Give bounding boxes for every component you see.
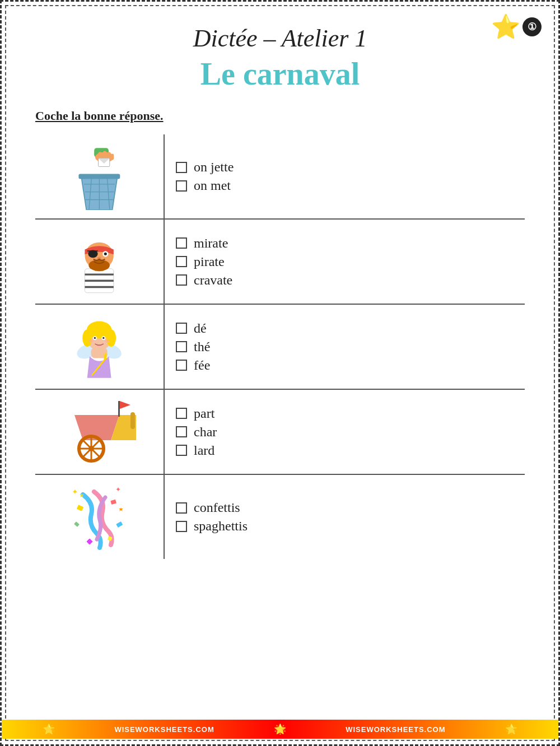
star-badge: ⭐ ①	[491, 13, 542, 40]
svg-rect-58	[86, 538, 92, 544]
table-row: mirate pirate cravate	[35, 219, 525, 304]
svg-rect-50	[118, 401, 120, 417]
checkbox[interactable]	[176, 521, 187, 532]
star-icon: ⭐	[491, 13, 520, 40]
svg-text:✦: ✦	[72, 488, 78, 496]
option-row: char	[176, 425, 514, 440]
option-label: part	[194, 406, 214, 421]
option-row: spaghettis	[176, 519, 514, 534]
image-cell-fairy: ★	[35, 304, 164, 389]
options-cell-cart: part char lard	[164, 389, 525, 474]
checkbox[interactable]	[176, 408, 187, 419]
svg-rect-43	[130, 412, 135, 429]
worksheet-page: ⭐ ① Dictée – Atelier 1 Le carnaval Coche…	[0, 0, 560, 746]
svg-point-25	[104, 253, 107, 255]
options-cell-trash: on jette on met	[164, 134, 525, 219]
option-row: on met	[176, 178, 514, 193]
svg-point-21	[89, 260, 110, 272]
option-label: fée	[194, 358, 210, 373]
svg-point-38	[89, 339, 94, 342]
exercise-table: on jette on met	[35, 134, 525, 559]
checkbox[interactable]	[176, 323, 187, 334]
option-row: confettis	[176, 500, 514, 515]
table-row: ★ dé thé fée	[35, 304, 525, 389]
svg-marker-57	[119, 507, 123, 511]
options-cell-fairy: dé thé fée	[164, 304, 525, 389]
pirate-icon	[46, 225, 152, 298]
svg-rect-52	[76, 505, 83, 511]
checkbox[interactable]	[176, 256, 187, 267]
option-label: char	[194, 425, 217, 440]
trash-basket-icon	[46, 140, 152, 213]
checkbox[interactable]	[176, 341, 187, 352]
footer-text-right: wiseworksheets.com	[346, 725, 445, 734]
svg-text:✦: ✦	[115, 486, 121, 493]
option-row: pirate	[176, 254, 514, 269]
option-row: thé	[176, 339, 514, 355]
footer-text-left: wiseworksheets.com	[114, 725, 214, 734]
subtitle-cursive: Dictée – Atelier 1	[35, 24, 525, 53]
checkbox[interactable]	[176, 360, 187, 371]
option-label: spaghettis	[194, 519, 248, 534]
option-row: on jette	[176, 160, 514, 175]
instruction-text: Coche la bonne réponse.	[35, 109, 525, 123]
svg-point-33	[106, 329, 116, 347]
footer-icon-right: 🌟	[505, 723, 517, 735]
svg-point-36	[94, 337, 96, 339]
checkbox[interactable]	[176, 237, 187, 249]
footer: 🌟 wiseworksheets.com 🌟 wiseworksheets.co…	[2, 720, 558, 739]
svg-point-39	[105, 339, 110, 342]
badge-number: ①	[522, 17, 542, 36]
option-label: confettis	[194, 500, 240, 515]
image-cell-pirate	[35, 219, 164, 304]
image-cell-cart	[35, 389, 164, 474]
footer-icon-left: 🌟	[43, 723, 55, 735]
options-cell-confetti: confettis spaghettis	[164, 474, 525, 559]
cart-icon	[46, 395, 152, 468]
table-row: part char lard	[35, 389, 525, 474]
option-row: fée	[176, 358, 514, 373]
option-label: lard	[194, 443, 214, 458]
table-row: ✦ ✦ confettis spaghettis	[35, 474, 525, 559]
svg-point-37	[102, 337, 104, 339]
checkbox[interactable]	[176, 180, 187, 192]
checkbox[interactable]	[176, 502, 187, 514]
svg-marker-51	[120, 401, 130, 409]
table-row: on jette on met	[35, 134, 525, 219]
svg-point-32	[83, 329, 92, 347]
option-row: cravate	[176, 273, 514, 288]
svg-rect-53	[110, 500, 116, 505]
checkbox[interactable]	[176, 162, 187, 173]
svg-text:★: ★	[102, 351, 109, 359]
image-cell-trash	[35, 134, 164, 219]
svg-rect-54	[74, 521, 80, 527]
svg-rect-55	[116, 521, 123, 528]
svg-rect-14	[79, 174, 120, 179]
option-row: part	[176, 406, 514, 421]
option-row: dé	[176, 321, 514, 336]
option-label: on jette	[194, 160, 234, 175]
option-label: on met	[194, 178, 231, 193]
page-title: Le carnaval	[35, 56, 525, 92]
option-label: mirate	[194, 236, 228, 251]
fairy-icon: ★	[46, 310, 152, 383]
option-label: dé	[194, 321, 207, 336]
option-label: cravate	[194, 273, 232, 288]
checkbox[interactable]	[176, 426, 187, 437]
confetti-icon: ✦ ✦	[46, 481, 152, 553]
image-cell-confetti: ✦ ✦	[35, 474, 164, 559]
svg-rect-5	[111, 153, 114, 160]
option-row: mirate	[176, 236, 514, 251]
options-cell-pirate: mirate pirate cravate	[164, 219, 525, 304]
option-label: thé	[194, 339, 210, 355]
checkbox[interactable]	[176, 274, 187, 286]
option-label: pirate	[194, 254, 225, 269]
option-row: lard	[176, 443, 514, 458]
checkbox[interactable]	[176, 445, 187, 456]
footer-icon-middle: 🌟	[274, 723, 286, 735]
